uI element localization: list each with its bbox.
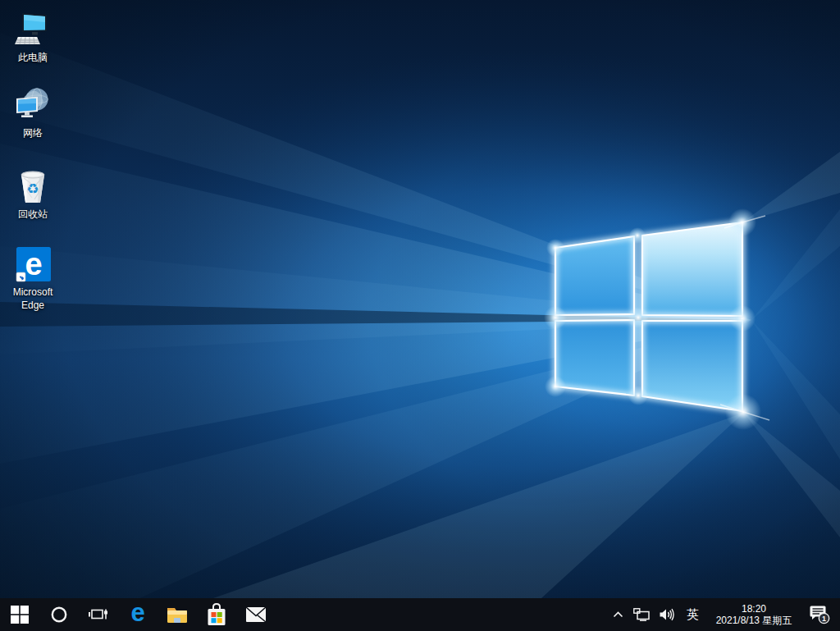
shortcut-arrow-overlay (16, 272, 25, 281)
clock-date: 2021/8/13 星期五 (716, 615, 792, 626)
cortana-circle-icon (50, 606, 68, 624)
microsoft-store-icon (207, 603, 226, 626)
desktop-icon-label: 此电脑 (18, 52, 48, 65)
taskbar-mail-button[interactable] (236, 598, 276, 631)
ime-language-indicator[interactable]: 英 (680, 598, 705, 631)
wallpaper-windows-hero (0, 0, 840, 598)
windows-logo-icon (11, 606, 29, 624)
system-tray: 英 18:20 2021/8/13 星期五 1 (608, 598, 840, 631)
notification-badge: 1 (819, 613, 829, 623)
svg-text:♻: ♻ (26, 181, 39, 197)
network-wired-icon (633, 608, 650, 621)
file-explorer-icon (167, 605, 188, 624)
desktop-icon-label: Microsoft Edge (3, 286, 62, 312)
cortana-search-button[interactable] (39, 598, 79, 631)
mail-icon (245, 606, 267, 623)
edge-icon: e (12, 245, 53, 286)
clock-time: 18:20 (742, 603, 766, 615)
show-hidden-icons-button[interactable] (608, 598, 628, 631)
task-view-icon (89, 606, 108, 624)
recycle-bin-icon: ♻ (12, 167, 53, 208)
svg-text:1: 1 (822, 615, 826, 623)
network-icon (12, 85, 53, 126)
task-view-button[interactable] (79, 598, 118, 631)
desktop-icon-network[interactable]: 网络 (2, 85, 64, 140)
chevron-up-icon (613, 611, 623, 618)
taskbar-clock[interactable]: 18:20 2021/8/13 星期五 (705, 598, 802, 631)
taskbar-file-explorer-button[interactable] (158, 598, 197, 631)
svg-text:e: e (25, 247, 42, 281)
volume-tray-button[interactable] (655, 598, 680, 631)
desktop: 此电脑 网络 ♻ 回收站 (0, 0, 840, 598)
taskbar: e (0, 598, 840, 631)
desktop-icon-recycle-bin[interactable]: ♻ 回收站 (2, 167, 64, 222)
edge-icon: e (130, 597, 144, 629)
taskbar-microsoft-store-button[interactable] (197, 598, 236, 631)
network-tray-button[interactable] (628, 598, 655, 631)
start-button[interactable] (0, 598, 39, 631)
desktop-icon-this-pc[interactable]: 此电脑 (2, 10, 64, 65)
desktop-icon-label: 回收站 (18, 208, 48, 222)
action-center-icon: 1 (809, 605, 830, 624)
desktop-icon-label: 网络 (23, 127, 43, 140)
action-center-button[interactable]: 1 (802, 598, 840, 631)
taskbar-microsoft-edge-button[interactable]: e (118, 598, 158, 631)
volume-icon (660, 608, 675, 621)
desktop-icon-microsoft-edge[interactable]: e Microsoft Edge (2, 245, 64, 312)
this-pc-icon (12, 10, 53, 51)
